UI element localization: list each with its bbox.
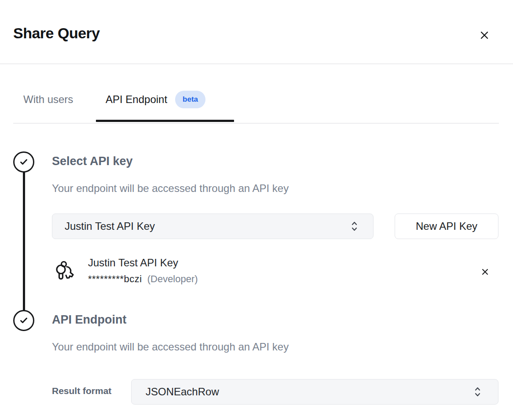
- selected-key-details: *********bczi (Developer): [88, 273, 198, 285]
- result-format-select[interactable]: JSONEachRow: [131, 379, 498, 405]
- tab-api-endpoint[interactable]: API Endpoint beta: [106, 91, 205, 108]
- selected-key-name: Justin Test API Key: [88, 257, 178, 269]
- remove-key-icon: [481, 268, 489, 276]
- chevron-up-down-icon: [351, 220, 358, 232]
- result-format-select-value: JSONEachRow: [146, 386, 474, 398]
- chevron-up-down-icon: [474, 386, 481, 398]
- check-icon: [18, 315, 29, 326]
- api-key-select-value: Justin Test API Key: [65, 220, 351, 232]
- step2-title: API Endpoint: [52, 313, 126, 327]
- remove-key-button[interactable]: [478, 265, 491, 278]
- tab-with-users[interactable]: With users: [23, 93, 73, 106]
- check-icon: [18, 157, 29, 167]
- selected-key-role: (Developer): [147, 273, 198, 285]
- selected-key-masked-secret: *********bczi: [88, 273, 142, 285]
- step1-subtitle: Your endpoint will be accessed through a…: [52, 182, 289, 195]
- tab-api-endpoint-label: API Endpoint: [106, 93, 167, 106]
- step2-subtitle: Your endpoint will be accessed through a…: [52, 341, 289, 353]
- close-button[interactable]: [476, 27, 492, 43]
- active-tab-underline: [96, 120, 234, 122]
- header-divider: [0, 63, 513, 64]
- result-format-label: Result format: [52, 386, 111, 396]
- stepper-connector-line: [23, 171, 25, 311]
- page-title: Share Query: [13, 25, 100, 42]
- beta-badge: beta: [175, 91, 205, 108]
- step1-title: Select API key: [52, 155, 133, 168]
- api-key-select[interactable]: Justin Test API Key: [52, 214, 374, 239]
- new-api-key-button[interactable]: New API Key: [395, 214, 498, 239]
- step2-complete-indicator: [13, 310, 34, 331]
- tabs-divider: [13, 123, 499, 124]
- close-icon: [479, 30, 490, 41]
- step1-complete-indicator: [13, 151, 34, 173]
- api-key-icon: [55, 260, 74, 281]
